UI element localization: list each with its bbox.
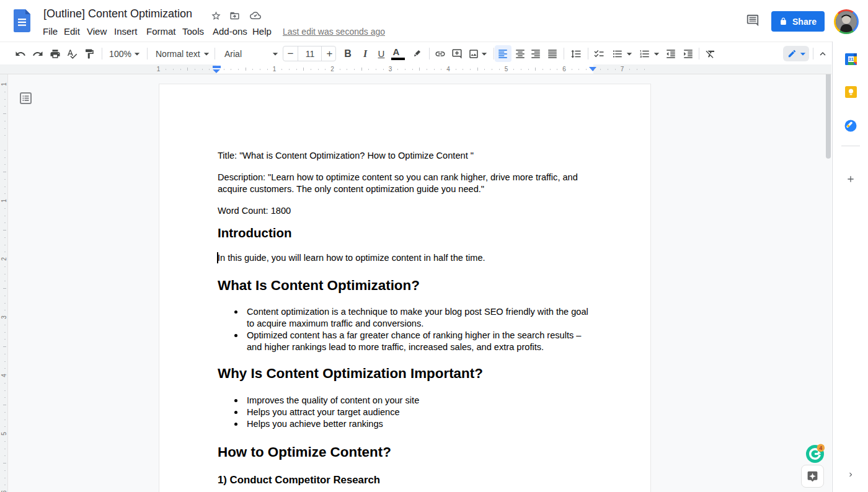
svg-text:31: 31	[848, 56, 854, 62]
svg-text:4: 4	[819, 445, 822, 451]
